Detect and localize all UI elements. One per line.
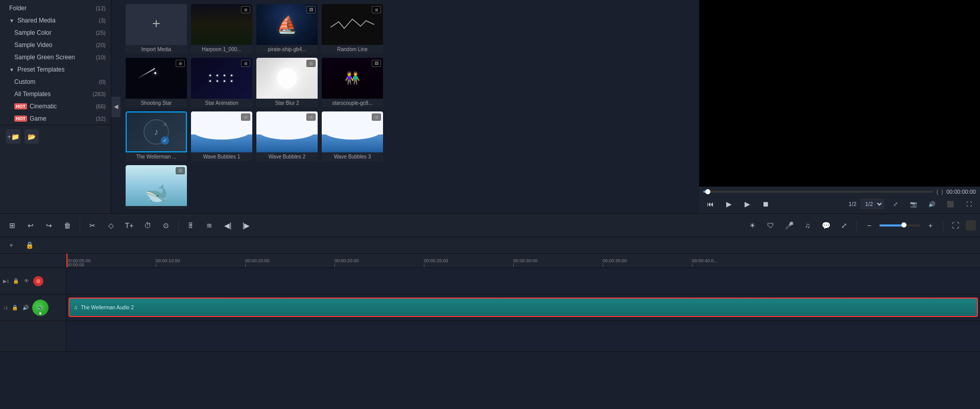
ruler-label-1: 00:00:05:00 — [66, 258, 91, 263]
sidebar-item-game[interactable]: HOT Game (32) — [0, 112, 111, 125]
mic-button[interactable]: 🎤 — [781, 217, 797, 234]
toolbar-right: ☀ 🛡 🎤 ♫ 💬 ⤢ − + ⛶ — [744, 217, 976, 234]
waveform-button[interactable]: ≋ — [201, 217, 218, 234]
brightness-button[interactable]: ☀ — [744, 217, 760, 234]
ratio-select[interactable]: 1/2 1/1 — [861, 199, 884, 209]
star-dots — [209, 75, 234, 82]
apps-grid-button[interactable]: ⊞ — [4, 217, 20, 234]
media-item-wavebubbles1[interactable]: ⊞ Wave Bubbles 1 — [191, 111, 252, 161]
add-track-button[interactable]: + — [4, 238, 18, 253]
subtitle-button[interactable]: 💬 — [818, 217, 834, 234]
folder-open-icon: 📂 — [28, 133, 36, 141]
pip-button[interactable]: ⬛ — [943, 197, 958, 211]
media-item-wavebubbles3[interactable]: ⊞ Wave Bubbles 3 — [322, 111, 383, 161]
undo-button[interactable]: ↩ — [22, 217, 39, 234]
media-item-whale[interactable]: 🐋 🖼 — [126, 165, 187, 209]
video-icon-4: ⊞ — [241, 60, 250, 67]
clock-button[interactable]: ⊙ — [158, 217, 174, 234]
fullscreen-toggle-button[interactable]: ⛶ — [947, 217, 964, 234]
audio-clip-wellerman[interactable]: ♫ The Wellerman Audio 2 — [68, 298, 978, 317]
track-lock-button-audio[interactable]: 🔒 — [10, 303, 19, 312]
starscouple-thumb: 👫 🖼 — [322, 58, 383, 99]
add-folder-icon: +📁 — [7, 133, 19, 141]
media-item-import[interactable]: + Import Media — [126, 4, 187, 54]
shield-button[interactable]: 🛡 — [762, 217, 779, 234]
media-item-staranimation[interactable]: ⊞ Star Animation — [191, 58, 252, 107]
fullscreen-button[interactable]: ⛶ — [962, 197, 976, 211]
filter-left-button[interactable]: ◀| — [220, 217, 236, 234]
media-item-wavebubbles2[interactable]: ⊞ Wave Bubbles 2 — [256, 111, 318, 161]
video-icon-7: ⊞ — [306, 113, 316, 121]
wellerman-thumb-inner: ♪ ✓ ♫ — [127, 112, 186, 151]
plus-icon: + — [152, 16, 160, 31]
sidebar-item-custom[interactable]: Custom (0) — [0, 76, 111, 88]
track-controls-video: 🔒 👁 — [11, 277, 31, 286]
step-back-button[interactable]: ⏮ — [703, 197, 718, 211]
stop-button[interactable]: ⏹ — [758, 197, 773, 211]
media-item-randomline[interactable]: ⊞ Random Line — [322, 4, 383, 54]
star-trail — [137, 68, 155, 79]
bracket-right[interactable]: } — [941, 189, 943, 195]
lock-button[interactable]: 🔒 — [22, 238, 37, 253]
track-content-audio[interactable]: ♫ The Wellerman Audio 2 — [66, 294, 980, 321]
track-content-video[interactable] — [66, 268, 980, 294]
bracket-left[interactable]: { — [937, 189, 939, 195]
media-item-wellerman[interactable]: ♪ ✓ ♫ The Wellerman ... — [126, 111, 187, 161]
fit-screen-button[interactable]: ⤢ — [888, 197, 902, 211]
sidebar-item-all-templates[interactable]: All Templates (283) — [0, 88, 111, 100]
media-item-starblur2[interactable]: ⊞ Star Blur 2 — [256, 58, 318, 107]
track-header-audio: ♪1 🔒 🔊 🔊 — [0, 294, 66, 321]
track-lock-button-video[interactable]: 🔒 — [11, 277, 20, 286]
screenshot-button[interactable]: 📷 — [906, 197, 921, 211]
redo-button[interactable]: ↪ — [41, 217, 57, 234]
player-progress-bar[interactable] — [703, 191, 934, 193]
chevron-down-icon-2: ▼ — [9, 67, 14, 73]
track-mute-button-audio[interactable]: 🔊 — [21, 303, 30, 312]
transform-button[interactable]: ⤢ — [836, 217, 852, 234]
add-folder-button[interactable]: +📁 — [6, 129, 20, 144]
sidebar-item-cinematic[interactable]: HOT Cinematic (66) — [0, 100, 111, 112]
text-button[interactable]: T+ — [121, 217, 137, 234]
play-forward-button[interactable]: ▶ — [740, 197, 754, 211]
sidebar-item-shared-media[interactable]: ▼ Shared Media (3) — [0, 14, 111, 27]
draw-button[interactable]: ◇ — [103, 217, 119, 234]
media-item-shootingstar[interactable]: ⊞ Shooting Star — [126, 58, 187, 107]
sidebar-item-sample-green-screen[interactable]: Sample Green Screen (10) — [0, 51, 111, 63]
timer-button[interactable]: ⏱ — [139, 217, 156, 234]
zoom-out-button[interactable]: − — [861, 217, 877, 234]
sidebar-item-folder[interactable]: Folder (12) — [0, 2, 111, 14]
ruler-marks: 00:00:00 00:00:05:00 00:00:10:00 00:00:1… — [66, 254, 980, 267]
empty-track-header — [0, 321, 66, 351]
media-item-harpoon[interactable]: ⊞ Harpoon 1_000... — [191, 4, 252, 54]
cut-button[interactable]: ✂ — [84, 217, 101, 234]
media-item-starscouple[interactable]: 👫 🖼 starscouple-gc8... — [322, 58, 383, 107]
open-folder-button[interactable]: 📂 — [25, 129, 39, 144]
audio-adjust-button[interactable]: 🎚 — [183, 217, 199, 234]
zoom-slider[interactable] — [879, 224, 920, 226]
star-blur-circle — [277, 68, 297, 88]
track-hide-button-video[interactable]: 👁 — [22, 277, 31, 286]
hot-badge-cinematic: HOT — [14, 103, 27, 109]
color-block — [966, 220, 976, 231]
delete-button[interactable]: 🗑 — [59, 217, 76, 234]
filter-right-button[interactable]: |▶ — [238, 217, 254, 234]
play-pause-button[interactable]: ▶ — [722, 197, 736, 211]
random-line-svg — [328, 16, 377, 33]
toolbar-divider-3 — [856, 219, 857, 232]
scroll-left-arrow[interactable]: ◀ — [111, 97, 121, 117]
music-disc-icon: ♪ — [154, 127, 159, 138]
volume-icon: 🔊 — [37, 305, 43, 310]
volume-circle[interactable]: 🔊 — [32, 300, 49, 316]
player-buttons: ⏮ ▶ ▶ ⏹ 1/2 1/2 1/1 ⤢ 📷 🔊 ⬛ ⛶ — [703, 197, 976, 211]
volume-button[interactable]: 🔊 — [925, 197, 939, 211]
ruler-label-4: 00:00:20:00 — [334, 258, 359, 263]
sidebar-item-sample-video[interactable]: Sample Video (20) — [0, 39, 111, 51]
media-item-pirateship[interactable]: ⛵ 🖼 pirate-ship-gb4... — [256, 4, 318, 54]
sidebar-item-preset-templates[interactable]: ▼ Preset Templates — [0, 63, 111, 76]
whale-thumb: 🐋 🖼 — [126, 165, 187, 206]
zoom-in-button[interactable]: + — [922, 217, 939, 234]
ruler-label-8: 00:00:40:0... — [692, 258, 718, 263]
randomline-thumb: ⊞ — [322, 4, 383, 45]
music-button[interactable]: ♫ — [799, 217, 816, 234]
sidebar-item-sample-color[interactable]: Sample Color (25) — [0, 27, 111, 39]
